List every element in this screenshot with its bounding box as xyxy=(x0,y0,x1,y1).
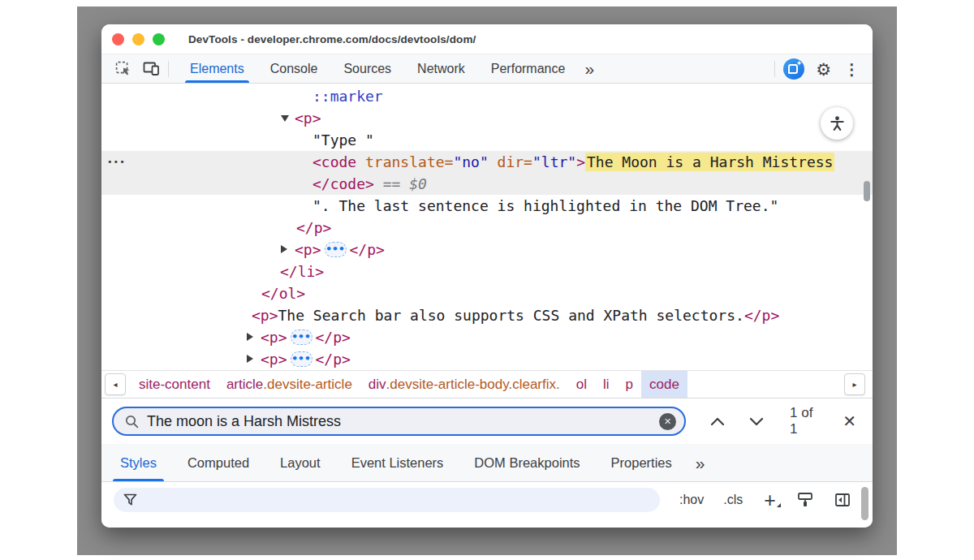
dom-tree-row[interactable]: </code> == $0 xyxy=(101,173,873,195)
breadcrumb-scroll-right-button[interactable]: ▸ xyxy=(844,373,865,395)
style-filter-input[interactable] xyxy=(144,493,650,507)
style-filter-field[interactable] xyxy=(114,488,660,512)
dom-tree-row[interactable]: <p>•••</p> xyxy=(101,348,873,370)
close-search-button[interactable]: ✕ xyxy=(843,413,856,429)
inspect-icon xyxy=(115,61,131,77)
dom-line-content: </code> == $0 xyxy=(101,173,427,195)
kebab-menu-icon[interactable]: ⋮ xyxy=(838,62,866,77)
breadcrumb-item-site-content[interactable]: site-content xyxy=(131,371,218,398)
tab-styles[interactable]: Styles xyxy=(105,444,172,481)
breadcrumb-bar: ◂ site-contentarticle.devsite-articlediv… xyxy=(101,370,873,398)
tab-properties[interactable]: Properties xyxy=(596,444,687,481)
breadcrumb-item-li[interactable]: li xyxy=(595,371,618,398)
dom-tree-row[interactable]: <p>•••</p> xyxy=(101,239,873,261)
dom-tag: </p> xyxy=(350,241,385,258)
tab-sources[interactable]: Sources xyxy=(330,54,404,83)
devtools-window: DevTools - developer.chrome.com/docs/dev… xyxy=(101,24,873,528)
tab-elements[interactable]: Elements xyxy=(177,54,257,83)
chevron-down-icon xyxy=(749,417,764,426)
disclosure-expanded-icon[interactable] xyxy=(281,115,289,122)
toggle-sidebar-button[interactable] xyxy=(834,492,851,508)
dom-tree-row[interactable]: "Type " xyxy=(101,129,873,151)
collapsed-content-pill[interactable]: ••• xyxy=(291,351,312,367)
disclosure-collapsed-icon[interactable] xyxy=(247,333,253,341)
breadcrumb-tag: site-content xyxy=(139,377,210,393)
styles-scrollbar-thumb[interactable] xyxy=(861,487,868,520)
dom-tree-row[interactable]: <p>The Search bar also supports CSS and … xyxy=(101,304,873,326)
dom-tree-row[interactable]: ". The last sentence is highlighted in t… xyxy=(101,195,873,217)
dom-text-node: ". The last sentence is highlighted in t… xyxy=(312,197,778,214)
filter-funnel-icon xyxy=(123,493,137,506)
dom-tree-row[interactable]: •••<code translate="no" dir="ltr">The Mo… xyxy=(101,151,873,173)
collapsed-content-pill[interactable]: ••• xyxy=(325,242,347,257)
accessibility-button[interactable] xyxy=(821,107,853,140)
dom-attribute-name: dir= xyxy=(489,153,532,170)
breadcrumb-item-ol[interactable]: ol xyxy=(568,371,595,398)
tab-performance[interactable]: Performance xyxy=(478,54,579,83)
dropdown-corner-icon xyxy=(777,503,781,507)
styles-tab-bar: StylesComputedLayoutEvent ListenersDOM B… xyxy=(101,444,873,482)
breadcrumb-classes: .devsite-article xyxy=(263,377,352,393)
dom-line-content: <code translate="no" dir="ltr">The Moon … xyxy=(101,151,834,173)
search-field[interactable]: ✕ xyxy=(112,407,686,436)
collapsed-content-pill[interactable]: ••• xyxy=(291,330,312,345)
tab-network[interactable]: Network xyxy=(404,54,478,83)
inspect-element-button[interactable] xyxy=(110,54,137,83)
chevron-right-icon: ▸ xyxy=(852,380,856,389)
titlebar: DevTools - developer.chrome.com/docs/dev… xyxy=(101,24,873,54)
breadcrumb-item-code[interactable]: code xyxy=(641,371,687,398)
dom-tree-row[interactable]: <p>•••</p> xyxy=(101,326,873,348)
disclosure-collapsed-icon[interactable] xyxy=(247,355,253,363)
dom-line-content: <p>The Search bar also supports CSS and … xyxy=(101,304,779,326)
dom-tree-row[interactable]: </li> xyxy=(101,261,873,282)
dom-selected-marker: == $0 xyxy=(374,175,427,192)
chevron-up-icon xyxy=(710,417,725,426)
previous-match-button[interactable] xyxy=(710,417,725,426)
close-window-button[interactable] xyxy=(112,33,124,45)
tab-layout[interactable]: Layout xyxy=(265,444,336,481)
tab-dom-breakpoints[interactable]: DOM Breakpoints xyxy=(459,444,595,481)
dom-scrollbar-thumb[interactable] xyxy=(864,181,870,201)
dom-tag: <p> xyxy=(295,241,321,258)
breadcrumb-item-div[interactable]: div.devsite-article-body.clearfix. xyxy=(360,371,568,398)
disclosure-collapsed-icon[interactable] xyxy=(281,245,287,253)
breadcrumb-classes: .devsite-article-body.clearfix. xyxy=(386,377,560,393)
pseudo-state-toggle[interactable]: :hov xyxy=(679,488,704,512)
element-class-toggle[interactable]: .cls xyxy=(723,488,743,512)
tab-event-listeners[interactable]: Event Listeners xyxy=(336,444,459,481)
styles-filter-bar: :hov .cls + xyxy=(101,482,873,528)
search-icon xyxy=(124,414,140,429)
breadcrumb-item-p[interactable]: p xyxy=(618,371,641,398)
ai-assistant-button[interactable]: ✦ xyxy=(783,58,804,80)
dom-tag: </p> xyxy=(316,329,351,346)
breadcrumb-item-article[interactable]: article.devsite-article xyxy=(218,371,360,398)
minimize-window-button[interactable] xyxy=(132,33,144,45)
dom-line-content: ::marker xyxy=(101,85,383,107)
next-match-button[interactable] xyxy=(749,417,764,426)
dom-line-content: <p>•••</p> xyxy=(101,326,351,348)
dom-tree-row[interactable]: <p> xyxy=(101,107,873,129)
search-input[interactable] xyxy=(147,413,659,430)
tab-computed[interactable]: Computed xyxy=(172,444,265,481)
tab-console[interactable]: Console xyxy=(257,54,331,83)
settings-gear-icon[interactable]: ⚙ xyxy=(809,61,838,78)
row-options-dots-icon[interactable]: ••• xyxy=(107,151,126,173)
chevron-left-icon: ◂ xyxy=(113,380,117,389)
match-count: 1 of 1 xyxy=(790,405,815,437)
dom-tree-row[interactable]: </ol> xyxy=(101,282,873,304)
new-style-rule-button[interactable]: + xyxy=(764,488,776,512)
sparkle-icon: ✦ xyxy=(796,59,803,67)
breadcrumb-tag: li xyxy=(603,377,610,393)
zoom-window-button[interactable] xyxy=(153,33,165,45)
dom-tag: > xyxy=(576,153,585,170)
dom-tag: </li> xyxy=(280,263,324,280)
more-panels-icon[interactable]: » xyxy=(578,60,601,77)
breadcrumb-scroll-left-button[interactable]: ◂ xyxy=(105,373,126,395)
clear-search-button[interactable]: ✕ xyxy=(659,413,676,430)
device-toolbar-button[interactable] xyxy=(137,54,165,83)
dom-tree-row[interactable]: </p> xyxy=(101,217,873,239)
toggle-sidebar-icon xyxy=(834,492,851,508)
rendering-emulation-button[interactable] xyxy=(797,492,813,508)
dom-tree-row[interactable]: ::marker xyxy=(101,85,873,107)
more-tabs-icon[interactable]: » xyxy=(687,454,713,472)
